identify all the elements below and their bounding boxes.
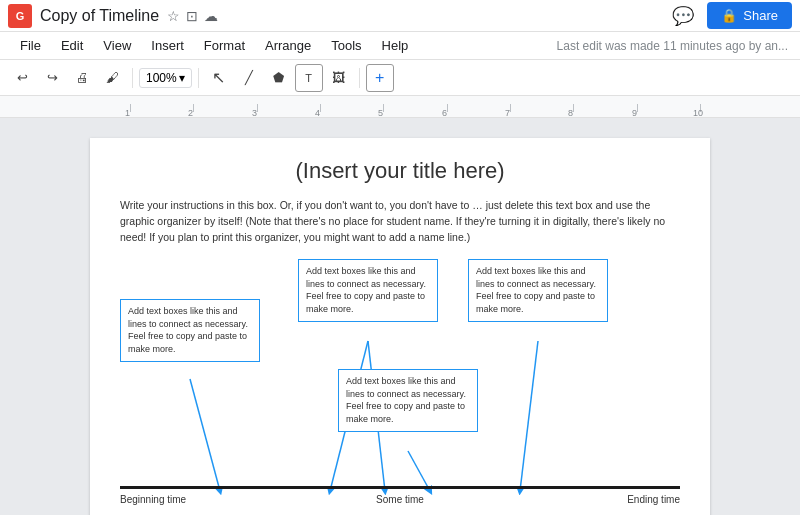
timeline-label-end: Ending time <box>627 494 680 505</box>
separator-2 <box>198 68 199 88</box>
image-button[interactable]: 🖼 <box>325 64 353 92</box>
ruler-line <box>130 104 131 112</box>
menu-tools[interactable]: Tools <box>323 35 369 56</box>
separator-3 <box>359 68 360 88</box>
zoom-control[interactable]: 100% ▾ <box>139 68 192 88</box>
document-title: Copy of Timeline <box>40 7 159 25</box>
menu-format[interactable]: Format <box>196 35 253 56</box>
star-icon[interactable]: ☆ <box>167 8 180 24</box>
ruler-mark-8: 8 <box>568 108 573 118</box>
menu-file[interactable]: File <box>12 35 49 56</box>
share-lock-icon: 🔒 <box>721 8 737 23</box>
ruler-mark-9: 9 <box>632 108 637 118</box>
paintformat-button[interactable]: 🖌 <box>98 64 126 92</box>
share-button[interactable]: 🔒 Share <box>707 2 792 29</box>
timeline-graphic: Add text boxes like this and lines to co… <box>120 259 680 515</box>
cursor-button[interactable]: ↖ <box>205 64 233 92</box>
ruler-line <box>320 104 321 112</box>
document-main-title[interactable]: (Insert your title here) <box>120 158 680 184</box>
add-button[interactable]: + <box>366 64 394 92</box>
ruler-mark-10: 10 <box>693 108 703 118</box>
ruler-mark-7: 7 <box>505 108 510 118</box>
menu-view[interactable]: View <box>95 35 139 56</box>
timeline-label-middle: Some time <box>376 494 424 505</box>
print-button[interactable]: 🖨 <box>68 64 96 92</box>
ruler-line <box>447 104 448 112</box>
cloud-icon[interactable]: ☁ <box>204 8 218 24</box>
svg-line-2 <box>520 341 538 491</box>
timeline-line <box>120 486 680 489</box>
slides-icon[interactable]: ⊡ <box>186 8 198 24</box>
line-button[interactable]: ╱ <box>235 64 263 92</box>
menubar: File Edit View Insert Format Arrange Too… <box>0 32 800 60</box>
timeline-label-beginning: Beginning time <box>120 494 186 505</box>
ruler-mark-3: 3 <box>252 108 257 118</box>
zoom-level: 100% <box>146 71 177 85</box>
textbox-4[interactable]: Add text boxes like this and lines to co… <box>338 369 478 431</box>
ruler-line <box>510 104 511 112</box>
separator-1 <box>132 68 133 88</box>
menu-insert[interactable]: Insert <box>143 35 192 56</box>
canvas-area[interactable]: (Insert your title here) Write your inst… <box>0 118 800 515</box>
ruler-line <box>637 104 638 112</box>
ruler-line <box>257 104 258 112</box>
ruler-mark-4: 4 <box>315 108 320 118</box>
menu-help[interactable]: Help <box>374 35 417 56</box>
ruler-mark-2: 2 <box>188 108 193 118</box>
svg-line-0 <box>190 379 220 491</box>
undo-button[interactable]: ↩ <box>8 64 36 92</box>
comment-button[interactable]: 💬 <box>667 0 699 32</box>
textbox-button[interactable]: T <box>295 64 323 92</box>
textbox-1[interactable]: Add text boxes like this and lines to co… <box>120 299 260 361</box>
textbox-2[interactable]: Add text boxes like this and lines to co… <box>298 259 438 321</box>
menu-arrange[interactable]: Arrange <box>257 35 319 56</box>
ruler-line <box>193 104 194 112</box>
last-edit-text: Last edit was made 11 minutes ago by an.… <box>557 39 788 53</box>
toolbar: ↩ ↪ 🖨 🖌 100% ▾ ↖ ╱ ⬟ T 🖼 + <box>0 60 800 96</box>
share-label: Share <box>743 8 778 23</box>
ruler-mark-1: 1 <box>125 108 130 118</box>
titlebar: G Copy of Timeline ☆ ⊡ ☁ 💬 🔒 Share <box>0 0 800 32</box>
ruler: 1 2 3 4 5 6 7 8 9 10 <box>0 96 800 118</box>
zoom-dropdown-icon: ▾ <box>179 71 185 85</box>
instructions-text[interactable]: Write your instructions in this box. Or,… <box>120 198 680 245</box>
shape-button[interactable]: ⬟ <box>265 64 293 92</box>
textbox-3[interactable]: Add text boxes like this and lines to co… <box>468 259 608 321</box>
svg-line-3 <box>408 451 430 491</box>
header-right: 💬 🔒 Share <box>667 0 792 32</box>
ruler-mark-6: 6 <box>442 108 447 118</box>
ruler-line <box>383 104 384 112</box>
ruler-mark-5: 5 <box>378 108 383 118</box>
app-icon: G <box>8 4 32 28</box>
redo-button[interactable]: ↪ <box>38 64 66 92</box>
ruler-line <box>573 104 574 112</box>
document: (Insert your title here) Write your inst… <box>90 138 710 515</box>
title-action-icons: ☆ ⊡ ☁ <box>167 8 218 24</box>
menu-edit[interactable]: Edit <box>53 35 91 56</box>
